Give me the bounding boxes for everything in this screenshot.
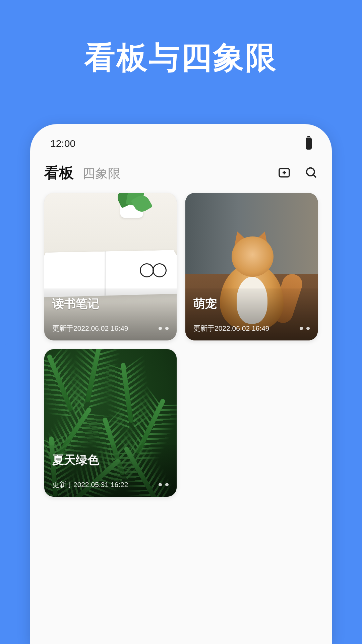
background-curve-right <box>330 278 362 345</box>
battery-icon <box>306 138 312 150</box>
status-bar: 12:00 <box>30 124 332 156</box>
tabs: 看板 四象限 <box>44 163 121 183</box>
card-updated-at: 更新于2022.06.02 16:49 <box>193 324 269 333</box>
card-footer: 更新于2022.06.02 16:49 <box>193 324 310 333</box>
card-title: 萌宠 <box>193 296 310 312</box>
card-pagination-dots <box>300 327 310 330</box>
header-bar: 看板 四象限 <box>30 156 332 193</box>
card-grid: 读书笔记 更新于2022.06.02 16:49 萌宠 <box>30 193 332 497</box>
background-curve-left <box>0 278 32 345</box>
card-cute-pet[interactable]: 萌宠 更新于2022.06.02 16:49 <box>185 193 318 340</box>
card-summer-green[interactable]: 夏天绿色 更新于2022.05.31 16:22 <box>44 349 177 497</box>
card-overlay: 夏天绿色 更新于2022.05.31 16:22 <box>44 445 177 497</box>
tab-kanban[interactable]: 看板 <box>44 163 74 183</box>
card-reading-notes[interactable]: 读书笔记 更新于2022.06.02 16:49 <box>44 193 177 340</box>
add-folder-icon <box>278 166 291 179</box>
tab-quadrant[interactable]: 四象限 <box>82 165 121 182</box>
search-button[interactable] <box>304 166 318 180</box>
hero-title: 看板与四象限 <box>0 0 362 78</box>
card-footer: 更新于2022.06.02 16:49 <box>52 324 169 333</box>
phone-frame: 12:00 看板 四象限 <box>30 124 332 644</box>
card-overlay: 萌宠 更新于2022.06.02 16:49 <box>185 288 318 340</box>
card-pagination-dots <box>159 483 169 486</box>
card-title: 读书笔记 <box>52 296 169 312</box>
card-overlay: 读书笔记 更新于2022.06.02 16:49 <box>44 288 177 340</box>
card-updated-at: 更新于2022.05.31 16:22 <box>52 480 128 489</box>
card-footer: 更新于2022.05.31 16:22 <box>52 480 169 489</box>
search-icon <box>304 166 318 179</box>
add-button[interactable] <box>278 166 291 180</box>
card-pagination-dots <box>159 327 169 330</box>
card-updated-at: 更新于2022.06.02 16:49 <box>52 324 128 333</box>
card-title: 夏天绿色 <box>52 452 169 468</box>
status-time: 12:00 <box>50 138 75 149</box>
header-actions <box>278 166 318 180</box>
svg-line-4 <box>314 175 316 177</box>
svg-point-3 <box>307 168 314 175</box>
